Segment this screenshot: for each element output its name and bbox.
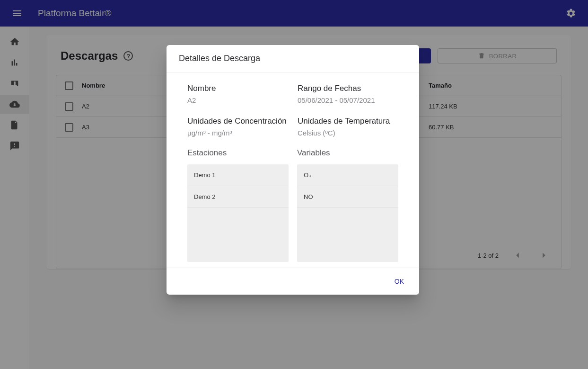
list-item[interactable]: NO: [297, 186, 398, 208]
field-name: Nombre A2: [187, 84, 288, 104]
field-temperature-units: Unidades de Temperatura Celsius (ºC): [298, 117, 398, 137]
list-item[interactable]: Demo 1: [187, 164, 289, 186]
field-value: Celsius (ºC): [298, 129, 398, 137]
field-label: Rango de Fechas: [298, 84, 398, 93]
variables-list: O₃ NO: [297, 164, 398, 262]
field-value: µg/m³ - mg/m³: [187, 129, 288, 137]
dialog-title: Detalles de Descarga: [167, 45, 419, 72]
field-label: Nombre: [187, 84, 288, 93]
dialog-actions: OK: [167, 268, 419, 295]
stations-list: Demo 1 Demo 2: [187, 164, 289, 262]
ok-button[interactable]: OK: [388, 273, 411, 290]
field-label: Unidades de Temperatura: [298, 117, 398, 126]
field-daterange: Rango de Fechas 05/06/2021 - 05/07/2021: [298, 84, 398, 104]
variables-label: Variables: [297, 148, 398, 158]
field-concentration-units: Unidades de Concentración µg/m³ - mg/m³: [187, 117, 288, 137]
field-value: A2: [187, 96, 288, 104]
stations-label: Estaciones: [187, 148, 289, 158]
list-item[interactable]: O₃: [297, 164, 398, 186]
field-label: Unidades de Concentración: [187, 117, 288, 126]
field-value: 05/06/2021 - 05/07/2021: [298, 96, 398, 104]
download-details-dialog: Detalles de Descarga Nombre A2 Rango de …: [167, 45, 419, 295]
list-item[interactable]: Demo 2: [187, 186, 289, 208]
